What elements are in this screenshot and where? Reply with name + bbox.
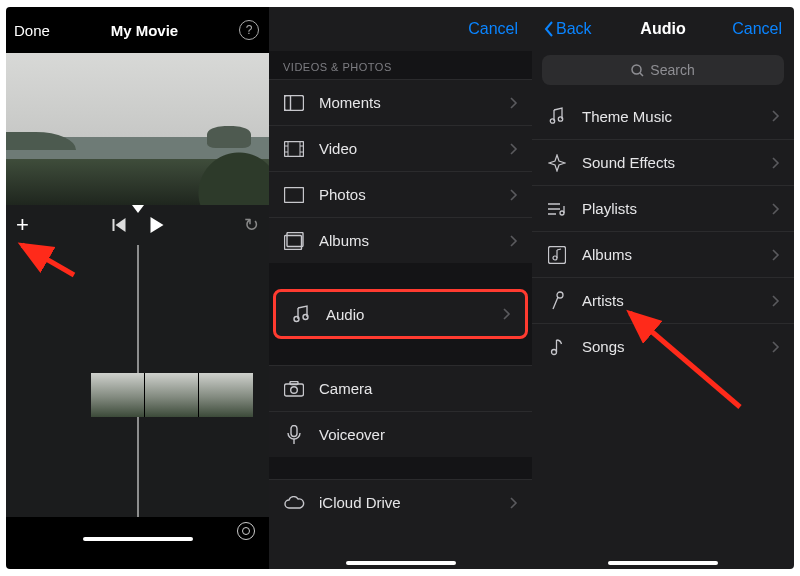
- chevron-right-icon: [772, 341, 780, 353]
- row-label: Audio: [326, 306, 503, 323]
- player-controls: + ↺: [6, 205, 269, 245]
- video-preview[interactable]: [6, 53, 269, 205]
- chevron-right-icon: [772, 203, 780, 215]
- chevron-right-icon: [510, 189, 518, 201]
- photos-icon: [283, 187, 305, 203]
- row-label: Albums: [582, 246, 772, 263]
- skip-back-icon[interactable]: [112, 218, 126, 232]
- media-picker-panel: Cancel VIDEOS & PHOTOS Moments Video Pho…: [269, 7, 532, 569]
- cancel-button[interactable]: Cancel: [732, 20, 782, 38]
- editor-panel: Done My Movie ? + ↺: [6, 7, 269, 569]
- row-label: Camera: [319, 380, 518, 397]
- chevron-right-icon: [510, 235, 518, 247]
- clip-thumb[interactable]: [199, 373, 253, 417]
- cloud-icon: [283, 496, 305, 510]
- album-note-icon: [546, 246, 568, 264]
- row-label: Video: [319, 140, 510, 157]
- home-indicator: [608, 561, 718, 565]
- row-video[interactable]: Video: [269, 125, 532, 171]
- chevron-left-icon: [544, 21, 554, 37]
- done-button[interactable]: Done: [14, 22, 50, 39]
- svg-point-16: [291, 386, 298, 393]
- row-playlists[interactable]: Playlists: [532, 185, 794, 231]
- picker-topbar: Cancel: [269, 7, 532, 51]
- chevron-right-icon: [503, 308, 511, 320]
- row-label: Moments: [319, 94, 510, 111]
- svg-rect-2: [285, 141, 304, 156]
- chevron-right-icon: [510, 143, 518, 155]
- row-albums[interactable]: Albums: [269, 217, 532, 263]
- audio-title: Audio: [640, 20, 685, 38]
- chevron-right-icon: [772, 157, 780, 169]
- video-icon: [283, 141, 305, 157]
- audio-panel: Back Audio Cancel Search Theme Music Sou…: [532, 7, 794, 569]
- row-camera[interactable]: Camera: [269, 365, 532, 411]
- row-label: Albums: [319, 232, 510, 249]
- editor-topbar: Done My Movie ?: [6, 7, 269, 53]
- svg-line-33: [557, 249, 561, 250]
- chevron-right-icon: [772, 110, 780, 122]
- home-indicator: [346, 561, 456, 565]
- back-button[interactable]: Back: [544, 20, 592, 38]
- row-label: Theme Music: [582, 108, 772, 125]
- audio-topbar: Back Audio Cancel: [532, 7, 794, 51]
- undo-icon[interactable]: ↺: [244, 214, 259, 236]
- row-label: Voiceover: [319, 426, 518, 443]
- chevron-right-icon: [510, 497, 518, 509]
- row-label: Artists: [582, 292, 772, 309]
- row-photos[interactable]: Photos: [269, 171, 532, 217]
- row-voiceover[interactable]: Voiceover: [269, 411, 532, 457]
- settings-gear-icon[interactable]: [237, 522, 255, 540]
- music-note-icon: [546, 107, 568, 125]
- section-header-videos-photos: VIDEOS & PHOTOS: [269, 51, 532, 79]
- home-indicator: [83, 537, 193, 541]
- svg-rect-1: [285, 95, 291, 110]
- svg-line-21: [640, 73, 643, 76]
- project-title: My Movie: [111, 22, 179, 39]
- cancel-button[interactable]: Cancel: [468, 20, 518, 38]
- single-note-icon: [546, 338, 568, 356]
- camera-icon: [283, 381, 305, 397]
- clip-thumb[interactable]: [91, 373, 145, 417]
- search-placeholder: Search: [650, 62, 694, 78]
- svg-rect-0: [285, 95, 304, 110]
- row-label: Sound Effects: [582, 154, 772, 171]
- playlist-icon: [546, 202, 568, 216]
- search-icon: [631, 64, 644, 77]
- albums-icon: [283, 232, 305, 250]
- row-moments[interactable]: Moments: [269, 79, 532, 125]
- svg-rect-17: [290, 381, 298, 384]
- row-label: Photos: [319, 186, 510, 203]
- music-note-icon: [290, 305, 312, 323]
- row-artists[interactable]: Artists: [532, 277, 794, 323]
- row-audio[interactable]: Audio: [273, 289, 528, 339]
- svg-rect-9: [285, 187, 304, 202]
- row-songs[interactable]: Songs: [532, 323, 794, 369]
- play-icon[interactable]: [150, 217, 163, 233]
- svg-rect-18: [291, 425, 297, 436]
- back-label: Back: [556, 20, 592, 38]
- svg-rect-11: [287, 232, 303, 246]
- chevron-right-icon: [510, 97, 518, 109]
- row-label: iCloud Drive: [319, 494, 510, 511]
- help-icon[interactable]: ?: [239, 20, 259, 40]
- row-theme-music[interactable]: Theme Music: [532, 93, 794, 139]
- search-field[interactable]: Search: [542, 55, 784, 85]
- row-albums[interactable]: Albums: [532, 231, 794, 277]
- mic-stand-icon: [546, 291, 568, 311]
- row-icloud[interactable]: iCloud Drive: [269, 479, 532, 525]
- chevron-right-icon: [772, 249, 780, 261]
- add-media-button[interactable]: +: [16, 214, 29, 236]
- clip-strip[interactable]: [91, 373, 253, 417]
- svg-line-35: [553, 297, 558, 309]
- sparkle-icon: [546, 154, 568, 172]
- moments-icon: [283, 95, 305, 111]
- chevron-right-icon: [772, 295, 780, 307]
- clip-thumb[interactable]: [145, 373, 199, 417]
- timeline[interactable]: [6, 245, 269, 545]
- svg-rect-15: [285, 384, 304, 396]
- row-label: Songs: [582, 338, 772, 355]
- row-label: Playlists: [582, 200, 772, 217]
- row-sound-effects[interactable]: Sound Effects: [532, 139, 794, 185]
- svg-point-36: [552, 349, 557, 354]
